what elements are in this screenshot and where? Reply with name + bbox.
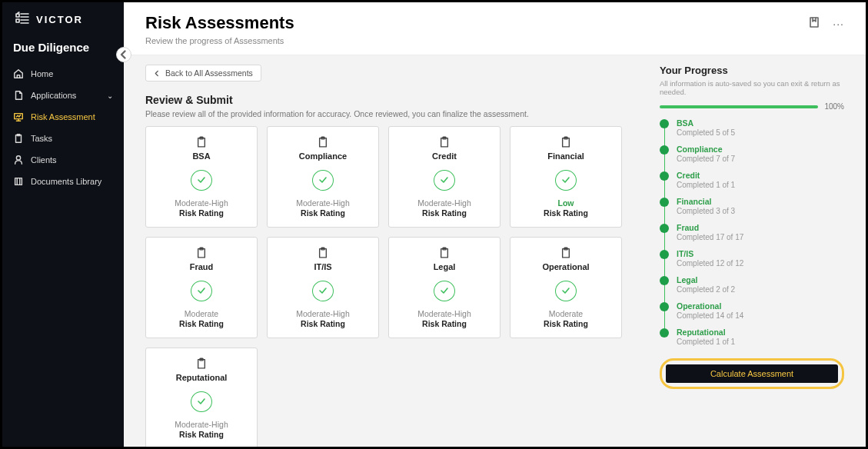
card-rating-value: Moderate-High — [296, 309, 349, 318]
step-name: Operational — [677, 301, 743, 311]
collapse-sidebar-button[interactable] — [116, 47, 131, 62]
progress-step[interactable]: FraudCompleted 17 of 17 — [660, 223, 844, 249]
step-name: Credit — [677, 171, 735, 180]
assessment-card[interactable]: FinancialLowRisk Rating — [510, 126, 622, 228]
progress-step[interactable]: BSACompleted 5 of 5 — [660, 118, 844, 145]
chevron-left-icon — [154, 70, 161, 77]
step-status: Completed 12 of 12 — [677, 259, 743, 268]
progress-panel: Your Progress All information is auto-sa… — [660, 65, 844, 437]
card-rating-label: Risk Rating — [179, 208, 224, 218]
check-circle-icon — [434, 281, 455, 301]
assessment-card[interactable]: OperationalModerateRisk Rating — [510, 237, 622, 338]
step-status: Completed 1 of 1 — [677, 181, 735, 189]
clipboard-icon — [13, 133, 24, 144]
bookmark-icon[interactable] — [808, 16, 820, 31]
document-icon — [13, 90, 24, 101]
step-dot-icon — [660, 302, 669, 311]
card-title: Operational — [542, 262, 589, 271]
progress-subtitle: All information is auto-saved so you can… — [660, 79, 844, 96]
card-rating-label: Risk Rating — [422, 208, 467, 218]
step-status: Completed 3 of 3 — [677, 207, 735, 215]
step-dot-icon — [660, 171, 669, 181]
clipboard-icon — [318, 247, 328, 259]
step-name: Compliance — [677, 145, 735, 154]
step-dot-icon — [660, 119, 669, 128]
nav-label: Documents Library — [31, 177, 101, 186]
card-title: Compliance — [299, 151, 347, 161]
back-label: Back to All Assessments — [165, 68, 253, 78]
card-rating-value: Moderate-High — [175, 198, 228, 208]
card-rating-value: Moderate-High — [417, 309, 471, 318]
calculate-highlight: Calculate Assessment — [660, 358, 844, 389]
progress-step[interactable]: CreditCompleted 1 of 1 — [660, 171, 844, 197]
svg-point-3 — [16, 156, 20, 160]
assessment-card[interactable]: CreditModerate-HighRisk Rating — [388, 126, 501, 228]
step-status: Completed 17 of 17 — [677, 233, 743, 241]
step-status: Completed 5 of 5 — [677, 128, 735, 137]
progress-step[interactable]: ReputationalCompleted 1 of 1 — [660, 328, 844, 354]
assessment-card[interactable]: ReputationalModerate-HighRisk Rating — [145, 348, 258, 447]
card-rating-value: Moderate-High — [175, 420, 228, 429]
check-circle-icon — [555, 281, 577, 301]
content: Back to All Assessments Review & Submit … — [124, 55, 866, 447]
check-circle-icon — [191, 281, 212, 301]
check-circle-icon — [312, 170, 334, 191]
clipboard-icon — [196, 358, 207, 370]
brand-name: VICTOR — [36, 14, 83, 25]
nav-applications[interactable]: Applications ⌄ — [2, 85, 124, 106]
card-rating-label: Risk Rating — [544, 319, 588, 328]
clipboard-icon — [560, 247, 571, 259]
svg-rect-4 — [15, 178, 22, 185]
card-rating-value: Low — [558, 198, 574, 208]
nav-clients[interactable]: Clients — [2, 149, 124, 171]
check-circle-icon — [434, 170, 455, 191]
assessment-card[interactable]: IT/ISModerate-HighRisk Rating — [267, 237, 379, 338]
assessment-card[interactable]: FraudModerateRisk Rating — [145, 237, 258, 338]
nav-label: Clients — [31, 155, 57, 165]
review-subtitle: Please review all of the provided inform… — [145, 109, 637, 118]
nav-tasks[interactable]: Tasks — [2, 128, 124, 149]
step-status: Completed 14 of 14 — [677, 311, 743, 320]
clipboard-icon — [196, 136, 207, 148]
library-icon — [13, 176, 24, 187]
nav: Home Applications ⌄ Risk Assessment Task… — [2, 63, 124, 192]
step-status: Completed 2 of 2 — [677, 285, 735, 294]
progress-step[interactable]: FinancialCompleted 3 of 3 — [660, 197, 844, 223]
progress-step[interactable]: IT/ISCompleted 12 of 12 — [660, 249, 844, 275]
assessment-card[interactable]: ComplianceModerate-HighRisk Rating — [267, 126, 379, 228]
card-rating-label: Risk Rating — [301, 319, 345, 328]
assessment-cards: BSAModerate-HighRisk RatingComplianceMod… — [145, 126, 637, 447]
nav-label: Tasks — [31, 134, 52, 143]
nav-home[interactable]: Home — [2, 63, 124, 85]
card-rating-value: Moderate-High — [296, 198, 349, 208]
card-rating-label: Risk Rating — [422, 319, 467, 328]
back-button[interactable]: Back to All Assessments — [145, 65, 261, 81]
lion-icon — [13, 10, 32, 28]
brand-logo: VICTOR — [2, 10, 124, 38]
assessment-card[interactable]: BSAModerate-HighRisk Rating — [145, 126, 258, 228]
progress-step[interactable]: OperationalCompleted 14 of 14 — [660, 301, 844, 328]
progress-bar — [660, 105, 818, 108]
card-title: Financial — [547, 151, 584, 161]
nav-label: Risk Assessment — [31, 112, 95, 121]
nav-label: Applications — [31, 91, 76, 100]
nav-risk-assessment[interactable]: Risk Assessment — [2, 106, 124, 128]
nav-documents[interactable]: Documents Library — [2, 171, 124, 192]
card-rating-label: Risk Rating — [301, 208, 345, 218]
progress-percent: 100% — [824, 102, 844, 111]
step-name: Reputational — [677, 328, 735, 337]
page-header: Risk Assessments Review the progress of … — [124, 2, 866, 55]
card-title: IT/IS — [314, 262, 331, 271]
progress-step[interactable]: LegalCompleted 2 of 2 — [660, 275, 844, 301]
card-title: Legal — [434, 262, 456, 271]
chevron-left-icon — [117, 48, 131, 62]
chevron-down-icon: ⌄ — [107, 91, 113, 100]
progress-step[interactable]: ComplianceCompleted 7 of 7 — [660, 145, 844, 171]
card-rating-label: Risk Rating — [544, 208, 588, 218]
assessment-card[interactable]: LegalModerate-HighRisk Rating — [388, 237, 501, 338]
step-status: Completed 7 of 7 — [677, 155, 735, 163]
card-rating-value: Moderate — [549, 309, 583, 318]
clipboard-icon — [196, 247, 207, 259]
calculate-assessment-button[interactable]: Calculate Assessment — [666, 364, 838, 383]
more-button[interactable]: ··· — [833, 18, 844, 30]
